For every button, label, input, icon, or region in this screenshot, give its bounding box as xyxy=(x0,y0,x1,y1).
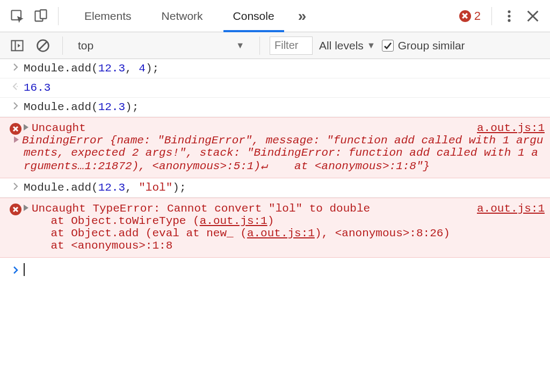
console-return-line[interactable]: 16.3 xyxy=(0,78,550,98)
source-link[interactable]: a.out.js:1 xyxy=(477,202,545,215)
inspect-icon[interactable] xyxy=(8,6,27,26)
checkbox-checked-icon xyxy=(382,40,394,52)
chevron-down-icon: ▼ xyxy=(236,41,244,50)
context-value: top xyxy=(78,39,93,52)
input-code: Module.add(12.3); xyxy=(24,101,545,113)
error-count: 2 xyxy=(474,9,481,23)
error-body: a.out.js:1Uncaught TypeError: Cannot con… xyxy=(24,202,545,252)
input-chevron-icon xyxy=(8,182,24,190)
separator xyxy=(58,7,59,25)
more-tabs-icon[interactable]: » xyxy=(290,0,315,32)
svg-point-3 xyxy=(508,10,510,13)
console-prompt[interactable] xyxy=(0,258,550,281)
console-log: Module.add(12.3, 4); 16.3 Module.add(12.… xyxy=(0,59,550,281)
group-label: Group similar xyxy=(398,39,465,52)
error-count-badge[interactable]: 2 xyxy=(459,9,484,23)
console-error-line[interactable]: a.out.js:1Uncaught BindingError {name: "… xyxy=(0,117,550,178)
separator xyxy=(259,37,260,55)
log-levels-select[interactable]: All levels ▼ xyxy=(319,39,375,52)
chevron-down-icon: ▼ xyxy=(367,41,375,50)
tabs: Elements Network Console » xyxy=(69,0,315,32)
svg-rect-6 xyxy=(12,40,23,50)
prompt-chevron-icon xyxy=(8,265,24,274)
console-input-line[interactable]: Module.add(12.3); xyxy=(0,98,550,117)
svg-point-8 xyxy=(17,86,18,87)
error-body: a.out.js:1Uncaught BindingError {name: "… xyxy=(24,122,545,172)
source-link[interactable]: a.out.js:1 xyxy=(477,122,545,134)
console-error-line[interactable]: a.out.js:1Uncaught TypeError: Cannot con… xyxy=(0,198,550,258)
console-input-line[interactable]: Module.add(12.3, "lol"); xyxy=(0,178,550,198)
return-value: 16.3 xyxy=(24,82,545,94)
error-icon xyxy=(8,122,24,172)
input-chevron-icon xyxy=(8,101,24,110)
clear-console-icon[interactable] xyxy=(33,36,53,55)
kebab-menu-icon[interactable] xyxy=(500,6,519,26)
input-code: Module.add(12.3, "lol"); xyxy=(24,182,545,194)
error-icon xyxy=(459,10,471,22)
levels-label: All levels xyxy=(319,39,364,52)
console-toolbar: top ▼ Filter All levels ▼ Group similar xyxy=(0,32,550,59)
text-caret xyxy=(24,263,25,276)
source-link[interactable]: a.out.js:1 xyxy=(247,227,315,239)
context-select[interactable]: top ▼ xyxy=(73,36,250,55)
tab-elements[interactable]: Elements xyxy=(69,0,147,32)
svg-point-5 xyxy=(508,19,510,21)
devtools-tabbar: Elements Network Console » 2 xyxy=(0,0,550,32)
return-chevron-icon xyxy=(8,82,24,90)
expand-icon[interactable] xyxy=(14,136,19,143)
tab-network[interactable]: Network xyxy=(147,0,218,32)
input-code: Module.add(12.3, 4); xyxy=(24,62,545,75)
filter-placeholder: Filter xyxy=(274,39,298,52)
console-input-line[interactable]: Module.add(12.3, 4); xyxy=(0,59,550,78)
svg-point-4 xyxy=(508,14,510,17)
group-similar-toggle[interactable]: Group similar xyxy=(382,39,465,52)
expand-icon[interactable] xyxy=(24,124,28,130)
error-icon xyxy=(8,202,24,252)
filter-input[interactable]: Filter xyxy=(270,37,313,55)
separator xyxy=(62,37,63,55)
show-sidebar-icon[interactable] xyxy=(8,36,27,55)
input-chevron-icon xyxy=(8,62,24,71)
close-icon[interactable] xyxy=(523,6,542,26)
svg-rect-2 xyxy=(40,10,47,18)
separator xyxy=(491,7,492,25)
source-link[interactable]: a.out.js:1 xyxy=(200,215,267,227)
device-toggle-icon[interactable] xyxy=(31,6,50,26)
tab-console[interactable]: Console xyxy=(218,0,290,32)
expand-icon[interactable] xyxy=(24,205,28,211)
